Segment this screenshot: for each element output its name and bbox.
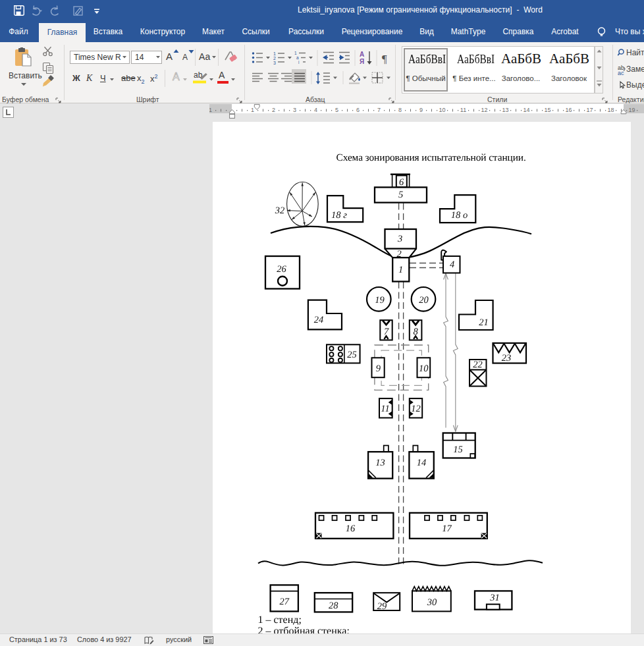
svg-text:20: 20 [419,295,429,306]
svg-text:13: 13 [375,458,385,468]
svg-text:15: 15 [544,107,550,113]
svg-text:a: a [296,55,299,60]
svg-text:1: 1 [251,107,254,113]
svg-text:1: 1 [294,51,297,55]
svg-text:6: 6 [356,107,360,113]
svg-text:1: 1 [398,265,403,275]
svg-text:12: 12 [481,107,487,113]
svg-text:14: 14 [417,458,427,468]
svg-text:11: 11 [460,107,466,113]
svg-text:27: 27 [280,597,290,607]
svg-text:17: 17 [442,524,452,534]
svg-text:Заменить: Заменить [626,65,644,74]
svg-text:7: 7 [384,327,389,337]
svg-text:3: 3 [293,107,296,113]
svg-text:2: 2 [273,56,276,61]
svg-text:7: 7 [377,107,381,113]
svg-text:31: 31 [489,593,500,603]
svg-text:19: 19 [628,107,635,113]
svg-text:2 – отбойная стенка;: 2 – отбойная стенка; [258,626,350,634]
svg-text:14: 14 [523,107,529,113]
svg-text:15: 15 [453,444,463,455]
svg-text:17: 17 [586,107,593,113]
svg-text:8: 8 [413,327,418,337]
svg-text:26: 26 [277,264,286,275]
svg-text:ас: ас [618,70,624,76]
svg-text:28: 28 [329,601,338,611]
svg-text:19: 19 [375,295,385,306]
svg-text:Схема зонирования испытательно: Схема зонирования испытательной станции. [336,152,526,163]
svg-text:8: 8 [398,107,402,113]
svg-text:5: 5 [398,190,403,200]
svg-text:2: 2 [272,107,275,113]
svg-text:3: 3 [397,234,402,244]
svg-text:10: 10 [439,107,445,113]
svg-text:23: 23 [502,353,512,363]
svg-text:16: 16 [346,524,356,534]
svg-text:1: 1 [273,51,276,56]
svg-text:¶: ¶ [382,53,387,65]
svg-text:18 о: 18 о [451,210,468,221]
svg-text:18 г: 18 г [331,210,347,221]
svg-text:9: 9 [419,107,423,113]
svg-text:18: 18 [607,107,614,113]
svg-text:4: 4 [314,107,317,113]
svg-text:5: 5 [335,107,338,113]
svg-text:24: 24 [314,315,324,325]
svg-text:1: 1 [209,107,212,113]
svg-text:Выделить: Выделить [626,80,644,90]
svg-text:9: 9 [376,363,381,374]
svg-text:13: 13 [502,107,508,113]
svg-text:11: 11 [381,404,389,414]
svg-text:29: 29 [377,601,387,612]
svg-text:Найти: Найти [626,49,644,57]
svg-text:30: 30 [427,597,437,608]
svg-text:10: 10 [419,363,429,374]
svg-text:4: 4 [450,259,454,270]
svg-text:32: 32 [275,205,285,216]
svg-text:Я: Я [360,58,364,65]
svg-text:i: i [298,60,299,65]
svg-text:6: 6 [399,177,404,188]
svg-text:16: 16 [565,107,572,113]
svg-text:1 – стенд;: 1 – стенд; [258,614,302,626]
svg-text:2: 2 [396,249,401,259]
svg-text:А: А [360,51,364,58]
svg-text:25: 25 [347,350,357,360]
svg-text:3: 3 [273,61,276,65]
svg-text:12: 12 [411,404,421,414]
svg-text:21: 21 [479,317,489,328]
svg-text:22: 22 [473,360,483,370]
